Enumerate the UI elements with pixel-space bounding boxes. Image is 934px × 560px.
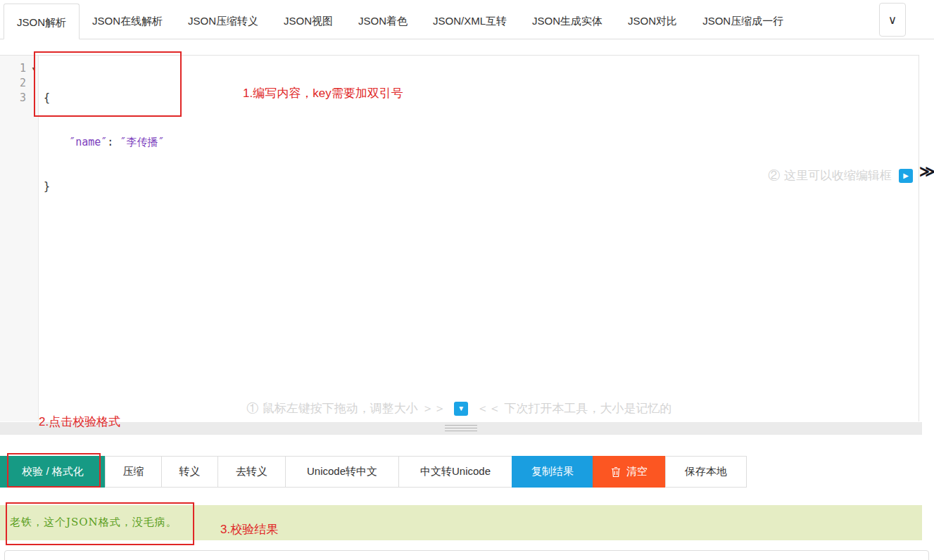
line-number: 1 ▾ <box>0 61 38 76</box>
resize-hint: ① 鼠标左键按下拖动，调整大小 ＞＞ ▼ ＜＜ 下次打开本工具，大小是记忆的 <box>0 400 919 416</box>
json-value: ″李传播″ <box>120 136 164 148</box>
line-number-gutter: 1 ▾ 2 3 <box>0 56 39 421</box>
tab-json-compare[interactable]: JSON对比 <box>615 3 690 39</box>
collapse-editor-hint: ② 这里可以收缩编辑框 ▶ <box>769 167 913 184</box>
collapse-chevrons-icon[interactable]: ≫ <box>919 163 934 181</box>
tab-json-compress-escape[interactable]: JSON压缩转义 <box>175 3 271 39</box>
copy-result-button[interactable]: 复制结果 <box>512 456 593 488</box>
tab-json-parse[interactable]: JSON解析 <box>4 4 80 39</box>
resize-hint-right-text: ＜＜ 下次打开本工具，大小是记忆的 <box>477 400 671 416</box>
line-number: 2 <box>0 76 38 91</box>
json-editor[interactable]: 1 ▾ 2 3 { ″name″: ″李传播″ } 1.编写内容，key需要加双… <box>0 55 919 421</box>
unescape-button[interactable]: 去转义 <box>217 456 286 488</box>
annotation-note-2: 2.点击校验格式 <box>39 414 120 430</box>
json-key: ″name″ <box>69 136 107 148</box>
compress-button[interactable]: 压缩 <box>105 456 162 488</box>
resize-hint-left-text: ① 鼠标左键按下拖动，调整大小 ＞＞ <box>246 400 446 416</box>
validate-format-button[interactable]: 校验 / 格式化 <box>0 456 106 488</box>
code-line: ″name″: ″李传播″ <box>44 135 325 150</box>
code-line: } <box>44 179 325 194</box>
result-output-panel <box>4 550 929 560</box>
tab-json-view[interactable]: JSON视图 <box>271 3 346 39</box>
collapse-hint-text: ② 这里可以收缩编辑框 <box>769 167 892 184</box>
trash-icon <box>611 466 621 478</box>
line-number: 3 <box>0 91 38 106</box>
tab-json-xml-convert[interactable]: JSON/XML互转 <box>420 3 519 39</box>
tab-json-online-parse[interactable]: JSON在线解析 <box>80 3 175 39</box>
action-toolbar: 校验 / 格式化 压缩 转义 去转义 Unicode转中文 中文转Unicode… <box>0 456 747 488</box>
json-tool-page: JSON解析 JSON在线解析 JSON压缩转义 JSON视图 JSON着色 J… <box>0 0 934 560</box>
editor-resize-bar[interactable] <box>0 422 922 435</box>
unicode-to-chinese-button[interactable]: Unicode转中文 <box>285 456 399 488</box>
chinese-to-unicode-button[interactable]: 中文转Unicode <box>398 456 512 488</box>
annotation-note-1: 1.编写内容，key需要加双引号 <box>243 85 403 101</box>
save-local-button[interactable]: 保存本地 <box>665 456 747 488</box>
remember-size-button[interactable]: ▼ <box>454 402 468 416</box>
chevron-down-icon: ∨ <box>888 13 897 27</box>
play-icon: ▶ <box>903 172 909 179</box>
arrow-down-icon: ▼ <box>457 405 465 412</box>
escape-button[interactable]: 转义 <box>161 456 218 488</box>
tab-bar: JSON解析 JSON在线解析 JSON压缩转义 JSON视图 JSON着色 J… <box>0 0 934 39</box>
validate-result-band: 老铁，这个JSON格式，没毛病。 <box>0 505 922 540</box>
tab-json-color[interactable]: JSON着色 <box>346 3 420 39</box>
tab-json-compress-oneline[interactable]: JSON压缩成一行 <box>690 3 796 39</box>
collapse-play-button[interactable]: ▶ <box>899 169 913 183</box>
fold-caret-icon[interactable]: ▾ <box>31 61 36 76</box>
validate-result-message: 老铁，这个JSON格式，没毛病。 <box>10 516 177 529</box>
annotation-note-3: 3.校验结果 <box>220 521 278 537</box>
drag-handle-icon[interactable] <box>445 425 477 431</box>
more-tabs-button[interactable]: ∨ <box>879 3 906 37</box>
tab-json-generate-entity[interactable]: JSON生成实体 <box>519 3 615 39</box>
clear-button[interactable]: 清空 <box>593 456 666 488</box>
